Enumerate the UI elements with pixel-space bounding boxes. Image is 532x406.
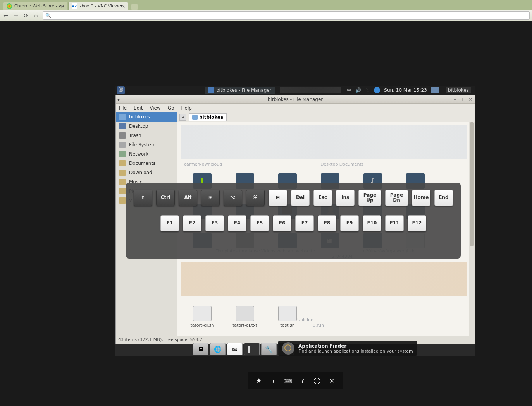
folder-icon — [119, 188, 126, 194]
tab-title: Chrome Web Store - vn — [14, 3, 64, 9]
window-menu-icon[interactable]: ▾ — [117, 97, 122, 102]
xfce-top-panel: 🐭 bitblokes - File Manager ✉ 🔊 ⇅ ! Sun, … — [115, 86, 475, 95]
dock-item-browser[interactable]: 🌐 — [210, 343, 226, 355]
sidebar-item-filesystem[interactable]: File System — [116, 140, 177, 149]
folder-icon — [119, 179, 126, 185]
fm-menubar: File Edit View Go Help — [116, 104, 475, 112]
vnc-favicon-icon: V2 — [72, 3, 77, 9]
file-label: test.sh — [270, 323, 305, 328]
sidebar-item-desktop[interactable]: Desktop — [116, 122, 177, 131]
folder-icon — [119, 160, 126, 166]
close-tab-icon[interactable]: × — [122, 3, 126, 9]
key-home[interactable]: Home — [412, 190, 430, 206]
key-f3[interactable]: F3 — [205, 215, 224, 231]
mail-tray-icon[interactable]: ✉ — [346, 87, 351, 93]
key-win2[interactable]: ⊞ — [269, 190, 287, 206]
menu-help[interactable]: Help — [181, 105, 191, 111]
network-tray-icon[interactable]: ⇅ — [365, 87, 370, 93]
close-window-button[interactable]: × — [468, 97, 473, 102]
key-f8[interactable]: F8 — [318, 215, 336, 231]
forward-button[interactable]: → — [12, 12, 19, 19]
menu-file[interactable]: File — [119, 105, 127, 111]
dock-item-terminal[interactable]: ▌_ — [244, 343, 260, 355]
maximize-button[interactable]: + — [460, 97, 465, 102]
key-f4[interactable]: F4 — [228, 215, 246, 231]
key-f7[interactable]: F7 — [295, 215, 314, 231]
menu-edit[interactable]: Edit — [134, 105, 143, 111]
key-pagedn[interactable]: Page Dn — [385, 190, 408, 206]
vnc-help-button[interactable]: ? — [298, 376, 307, 385]
drive-icon — [119, 142, 126, 148]
close-tab-icon[interactable]: × — [61, 3, 65, 9]
xfce-menu-icon[interactable]: 🐭 — [117, 86, 125, 94]
dock-item-mail[interactable]: ✉ — [227, 343, 243, 355]
key-f9[interactable]: F9 — [340, 215, 359, 231]
vnc-close-button[interactable]: ✕ — [327, 376, 336, 385]
sidebar-item-network[interactable]: Network — [116, 149, 177, 159]
key-f6[interactable]: F6 — [273, 215, 291, 231]
file-item-test-sh[interactable]: test.sh — [270, 306, 305, 328]
key-del[interactable]: Del — [291, 190, 310, 206]
dock-item-desktop[interactable]: 🖥 — [193, 343, 208, 355]
sidebar-item-label: Download — [129, 170, 152, 175]
notification-tray-icon[interactable]: ! — [374, 87, 380, 93]
desktop-icon — [119, 123, 126, 129]
key-f11[interactable]: F11 — [385, 215, 404, 231]
minimize-button[interactable]: – — [452, 97, 458, 102]
key-end[interactable]: End — [434, 190, 453, 206]
vnc-pin-button[interactable] — [254, 376, 263, 385]
vnc-keyboard-button[interactable]: ⌨ — [283, 376, 293, 385]
menu-go[interactable]: Go — [168, 105, 174, 111]
key-esc[interactable]: Esc — [313, 190, 332, 206]
sidebar-item-label: Network — [129, 151, 148, 157]
key-ins[interactable]: Ins — [336, 190, 355, 206]
volume-tray-icon[interactable]: 🔊 — [355, 87, 361, 93]
key-f1[interactable]: F1 — [160, 215, 179, 231]
key-option[interactable]: ⌥ — [224, 190, 242, 206]
sidebar-item-home[interactable]: bitblokes — [116, 112, 177, 122]
new-tab-button[interactable] — [131, 4, 138, 10]
key-f10[interactable]: F10 — [363, 215, 381, 231]
path-back-button[interactable]: ◂ — [179, 114, 186, 121]
key-shift[interactable]: ⇧ — [134, 190, 152, 206]
user-menu[interactable]: bitblokes — [446, 87, 471, 93]
key-pageup[interactable]: Page Up — [358, 190, 381, 206]
window-title: bitblokes - File Manager — [268, 97, 323, 102]
vnc-info-button[interactable]: i — [269, 376, 278, 385]
sidebar-item-label: File System — [129, 142, 156, 147]
sidebar-item-documents[interactable]: Documents — [116, 159, 177, 168]
omnibox[interactable]: 🔍 — [43, 11, 530, 20]
browser-tab-webstore[interactable]: Chrome Web Store - vn × — [3, 2, 67, 10]
key-alt[interactable]: Alt — [179, 190, 197, 206]
key-cmd[interactable]: ⌘ — [246, 190, 265, 206]
tab-strip: Chrome Web Store - vn × V2 zbox:0 - VNC … — [0, 0, 532, 10]
fm-titlebar[interactable]: ▾ bitblokes - File Manager – + × — [116, 95, 475, 104]
file-item-tatort-sh[interactable]: tatort-dl.sh — [185, 306, 220, 328]
key-f5[interactable]: F5 — [250, 215, 269, 231]
dock-item-settings[interactable]: 🔧 — [261, 343, 277, 355]
file-item-tatort-txt[interactable]: tatort-dl.txt — [227, 306, 262, 328]
key-f12[interactable]: F12 — [408, 215, 426, 231]
fm-scrollbar[interactable] — [469, 122, 475, 336]
panel-right: ✉ 🔊 ⇅ ! Sun, 10 Mar 15:23 bitblokes — [346, 87, 473, 93]
path-crumb-label: bitblokes — [199, 115, 223, 120]
window-icon — [208, 87, 214, 93]
taskbar-button-filemanager[interactable]: bitblokes - File Manager — [205, 87, 275, 94]
script-file-icon — [193, 306, 212, 321]
sidebar-item-trash[interactable]: Trash — [116, 131, 177, 140]
key-f2[interactable]: F2 — [183, 215, 201, 231]
menu-view[interactable]: View — [150, 105, 160, 111]
key-ctrl[interactable]: Ctrl — [156, 190, 175, 206]
reload-button[interactable]: ⟳ — [22, 12, 29, 19]
camera-tray-icon[interactable] — [431, 87, 439, 93]
home-button[interactable]: ⌂ — [33, 12, 40, 19]
back-button[interactable]: ← — [2, 12, 9, 19]
ghost-label: carmen-owncloud — [184, 162, 222, 167]
vnc-fullscreen-button[interactable]: ⛶ — [312, 376, 322, 385]
key-win[interactable]: ⊞ — [201, 190, 220, 206]
folder-icon — [119, 197, 126, 204]
browser-tab-vnc[interactable]: V2 zbox:0 - VNC Viewer × — [68, 2, 128, 10]
scrollbar-thumb[interactable] — [470, 122, 474, 246]
path-crumb-home[interactable]: bitblokes — [189, 113, 227, 121]
sidebar-item-download[interactable]: Download — [116, 168, 177, 177]
